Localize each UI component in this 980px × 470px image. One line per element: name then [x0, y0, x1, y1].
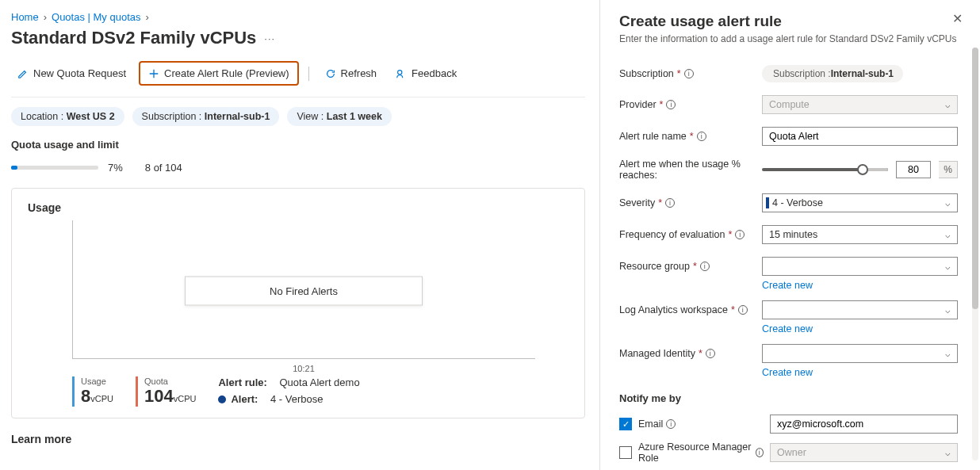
arm-role-checkbox[interactable] — [619, 446, 632, 459]
usage-stat-value: 8 — [81, 386, 90, 406]
quota-usage-count: 8 of 104 — [145, 162, 182, 174]
info-icon[interactable]: i — [738, 305, 748, 315]
info-icon[interactable]: i — [706, 349, 715, 358]
alert-rule-meta: Alert rule: Quota Alert demo — [218, 376, 359, 388]
managed-identity-label: Managed Identity * i — [619, 348, 762, 359]
chevron-down-icon: ⌵ — [945, 305, 951, 315]
quota-usage-heading: Quota usage and limit — [11, 139, 585, 157]
quota-stat-label: Quota — [144, 376, 196, 386]
info-icon[interactable]: i — [756, 448, 764, 457]
resource-group-label: Resource group * i — [619, 261, 762, 272]
managed-identity-create-new[interactable]: Create new — [762, 367, 813, 378]
usage-card: Usage No Fired Alerts 10:21 Usage 8vCPU … — [11, 188, 585, 418]
page-title: Standard DSv2 Family vCPUs — [11, 28, 256, 48]
new-quota-request-button[interactable]: New Quota Request — [11, 64, 132, 82]
rule-name-label: Alert rule name * i — [619, 131, 762, 142]
email-input[interactable] — [770, 415, 958, 434]
info-icon[interactable]: i — [697, 132, 706, 141]
threshold-label: Alert me when the usage % reaches: — [619, 159, 762, 181]
refresh-button[interactable]: Refresh — [319, 64, 384, 82]
create-alert-panel: ✕ Create usage alert rule Enter the info… — [599, 0, 980, 470]
chart-x-tick: 10:21 — [293, 364, 315, 373]
create-alert-rule-button[interactable]: Create Alert Rule (Preview) — [139, 61, 299, 86]
plus-icon — [148, 68, 159, 79]
info-icon[interactable]: i — [665, 198, 675, 208]
usage-card-title: Usage — [28, 201, 568, 220]
severity-dot-icon — [218, 395, 226, 403]
toolbar-separator — [308, 67, 309, 81]
close-panel-button[interactable]: ✕ — [952, 11, 963, 26]
new-quota-request-label: New Quota Request — [33, 67, 126, 79]
chevron-down-icon: ⌵ — [945, 448, 951, 458]
log-analytics-create-new[interactable]: Create new — [762, 323, 813, 334]
arm-role-select: Owner⌵ — [770, 443, 958, 462]
info-icon[interactable]: i — [666, 100, 676, 109]
filter-view[interactable]: View : Last 1 week — [287, 107, 391, 126]
feedback-button[interactable]: Feedback — [389, 64, 463, 82]
frequency-select[interactable]: 15 minutes⌵ — [762, 225, 958, 244]
filter-subscription[interactable]: Subscription : Internal-sub-1 — [132, 107, 280, 126]
chevron-right-icon: › — [44, 11, 47, 23]
feedback-icon — [396, 68, 407, 79]
usage-stat-unit: vCPU — [90, 394, 113, 403]
usage-stat: Usage 8vCPU — [72, 376, 113, 407]
chevron-right-icon: › — [146, 11, 149, 23]
severity-select[interactable]: 4 - Verbose⌵ — [762, 193, 958, 212]
resource-group-select[interactable]: ⌵ — [762, 257, 958, 276]
email-checkbox[interactable]: ✓ — [619, 418, 632, 430]
filter-location[interactable]: Location : West US 2 — [11, 107, 124, 126]
info-icon[interactable]: i — [700, 262, 710, 271]
info-icon[interactable]: i — [666, 419, 676, 429]
email-label: Email i — [638, 418, 764, 430]
refresh-icon — [325, 68, 336, 79]
panel-subtitle: Enter the information to add a usage ale… — [619, 33, 958, 59]
subscription-label: Subscription * i — [619, 68, 762, 79]
rule-name-input[interactable] — [762, 127, 958, 146]
info-icon[interactable]: i — [735, 230, 745, 239]
provider-label: Provider * i — [619, 99, 762, 110]
chevron-down-icon: ⌵ — [945, 230, 951, 240]
usage-chart: No Fired Alerts 10:21 — [72, 220, 535, 367]
info-icon[interactable]: i — [684, 69, 694, 78]
chevron-down-icon: ⌵ — [945, 349, 951, 359]
refresh-label: Refresh — [341, 67, 377, 79]
threshold-slider[interactable] — [762, 168, 888, 171]
chevron-down-icon: ⌵ — [945, 262, 951, 272]
filter-row: Location : West US 2 Subscription : Inte… — [11, 97, 585, 139]
toolbar: New Quota Request Create Alert Rule (Pre… — [11, 61, 585, 97]
threshold-unit: % — [939, 161, 958, 178]
svg-point-0 — [398, 70, 402, 74]
quota-stat-unit: vCPU — [174, 394, 197, 403]
managed-identity-select[interactable]: ⌵ — [762, 344, 958, 363]
resource-group-create-new[interactable]: Create new — [762, 280, 813, 291]
edit-icon — [17, 68, 29, 79]
breadcrumb-quotas[interactable]: Quotas | My quotas — [52, 11, 141, 23]
arm-role-label: Azure Resource Manager Role i — [638, 441, 764, 464]
usage-stat-label: Usage — [81, 376, 113, 386]
learn-more-heading: Learn more — [11, 433, 585, 445]
panel-scrollbar[interactable] — [972, 48, 978, 460]
severity-label: Severity * i — [619, 197, 762, 208]
quota-usage-bar — [11, 166, 98, 170]
quota-stat: Quota 104vCPU — [136, 376, 196, 407]
panel-title: Create usage alert rule — [619, 13, 958, 33]
provider-select: Compute⌵ — [762, 95, 958, 114]
quota-stat-value: 104 — [144, 386, 174, 406]
alert-severity-meta: Alert: 4 - Verbose — [218, 393, 359, 405]
quota-usage-row: 7% 8 of 104 — [11, 157, 585, 188]
frequency-label: Frequency of evaluation * i — [619, 229, 762, 240]
breadcrumb: Home › Quotas | My quotas › — [11, 8, 585, 28]
chevron-down-icon: ⌵ — [945, 198, 951, 208]
feedback-label: Feedback — [412, 67, 457, 79]
chevron-down-icon: ⌵ — [945, 100, 951, 110]
breadcrumb-home[interactable]: Home — [11, 11, 39, 23]
quota-usage-percent: 7% — [108, 162, 123, 174]
log-analytics-select[interactable]: ⌵ — [762, 300, 958, 319]
subscription-readonly: Subscription : Internal-sub-1 — [762, 65, 903, 82]
more-actions-button[interactable]: ··· — [264, 32, 275, 44]
notify-header: Notify me by — [619, 381, 958, 411]
create-alert-rule-label: Create Alert Rule (Preview) — [164, 67, 289, 79]
log-analytics-label: Log Analytics workspace * i — [619, 304, 762, 315]
threshold-input[interactable] — [896, 161, 931, 178]
no-fired-alerts: No Fired Alerts — [185, 276, 423, 305]
